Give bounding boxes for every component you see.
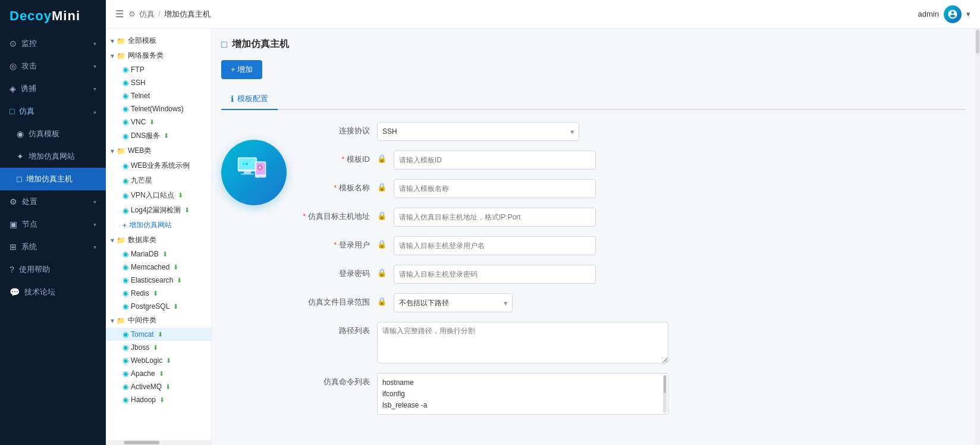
sidebar-item-simulation[interactable]: □ 仿真 ▴ (0, 100, 106, 123)
sidebar-item-monitor[interactable]: ⊙ 监控 ▾ (0, 32, 106, 55)
protocol-select[interactable]: SSH RDP Telnet (377, 122, 579, 141)
tree-item-tomcat[interactable]: ◉ Tomcat ⬇ (106, 328, 211, 341)
tree-item-dns[interactable]: ◉ DNS服务 ⬇ (106, 129, 211, 143)
node-icon: ◉ (122, 206, 128, 215)
tree-item-apache[interactable]: ◉ Apache ⬇ (106, 367, 211, 380)
folder-icon: 📁 (117, 147, 125, 155)
tree-item-vnc[interactable]: ◉ VNC ⬇ (106, 115, 211, 129)
tree-item-label: Telnet (131, 92, 150, 100)
folder-icon: 📁 (117, 37, 125, 45)
tree-item-label: PostgreSQL (131, 302, 169, 311)
tree-item-activemq[interactable]: ◉ ActiveMQ ⬇ (106, 380, 211, 393)
sidebar-item-label: 处置 (22, 196, 37, 207)
right-scrollbar-thumb[interactable] (976, 30, 979, 54)
tree-item-ftp[interactable]: ◉ FTP (106, 63, 211, 76)
template-id-label: 模板ID (299, 151, 370, 165)
tree-item-log4j[interactable]: ◉ Log4j2漏洞检测 ⬇ (106, 203, 211, 218)
sidebar-item-sim-template[interactable]: ◉ 仿真模板 (0, 123, 106, 145)
sim-dir-select[interactable]: 不包括以下路径 包括以下路径 (394, 293, 513, 312)
target-host-input[interactable] (394, 208, 596, 227)
tree-item-jiumanxing[interactable]: ◉ 九芒星 (106, 173, 211, 188)
sidebar-item-sim-add-site[interactable]: ✦ 增加仿真网站 (0, 145, 106, 168)
sidebar-item-label: 使用帮助 (19, 264, 50, 275)
tree-item-memcached[interactable]: ◉ Memcached ⬇ (106, 261, 211, 274)
avatar[interactable] (944, 5, 962, 23)
tree-item-jboss[interactable]: ◉ Jboss ⬇ (106, 341, 211, 354)
tree-item-web-demo[interactable]: ◉ WEB业务系统示例 (106, 158, 211, 173)
page-content: □ 增加仿真主机 + 增加 ℹ 模板配置 (212, 29, 975, 445)
sidebar-item-lure[interactable]: ◈ 诱捕 ▾ (0, 77, 106, 100)
tree-section-db[interactable]: ▾ 📁 数据库类 (106, 233, 211, 247)
breadcrumb-item-1[interactable]: 仿真 (139, 9, 155, 20)
sidebar-item-label: 仿真 (19, 106, 34, 117)
lock-icon: 🔒 (377, 208, 387, 220)
right-scrollbar[interactable] (975, 29, 980, 445)
dropdown-icon[interactable]: ▾ (966, 10, 970, 18)
tree-horizontal-scrollbar[interactable] (106, 440, 211, 445)
sidebar-item-node[interactable]: ▣ 节点 ▾ (0, 213, 106, 236)
breadcrumb-sep: / (158, 10, 161, 18)
sidebar-item-sim-add-host[interactable]: □ 增加仿真主机 (0, 168, 106, 190)
tab-template-config[interactable]: ℹ 模板配置 (221, 89, 278, 110)
sidebar-item-forum[interactable]: 💬 技术论坛 (0, 281, 106, 303)
sidebar-item-system[interactable]: ⊞ 系统 ▾ (0, 236, 106, 258)
protocol-label: 连接协议 (299, 122, 370, 136)
sidebar-item-label: 系统 (21, 242, 37, 252)
tree-item-telnet-windows[interactable]: ◉ Telnet(Windows) (106, 102, 211, 115)
template-name-input[interactable] (394, 179, 596, 198)
tree-section-middleware[interactable]: ▾ 📁 中间件类 (106, 313, 211, 328)
tree-item-label: FTP (131, 65, 145, 74)
download-badge: ⬇ (173, 303, 178, 311)
sim-template-icon: ◉ (17, 129, 24, 139)
download-badge: ⬇ (166, 357, 171, 365)
form-row-login-user: 登录用户 🔒 (299, 236, 966, 255)
sim-commands-display: hostname ifconfig lsb_release -a (377, 373, 668, 415)
tree-item-postgresql[interactable]: ◉ PostgreSQL ⬇ (106, 300, 211, 313)
tree-item-vpn[interactable]: ◉ VPN入口站点 ⬇ (106, 188, 211, 203)
sidebar-item-label: 技术论坛 (24, 287, 55, 297)
login-user-input[interactable] (394, 236, 596, 255)
tree-item-label: Redis (131, 289, 149, 297)
lock-icon: 🔒 (377, 265, 387, 277)
tree-item-telnet[interactable]: ◉ Telnet (106, 89, 211, 102)
tree-item-hadoop[interactable]: ◉ Hadoop ⬇ (106, 393, 211, 406)
tree-item-elasticsearch[interactable]: ◉ Elasticsearch ⬇ (106, 274, 211, 287)
tree-item-weblogic[interactable]: ◉ WebLogic ⬇ (106, 354, 211, 367)
tree-section-network[interactable]: ▾ 📁 网络服务类 (106, 48, 211, 63)
node-icon: ◉ (122, 65, 128, 74)
tree-collapse-icon: ▾ (111, 236, 114, 245)
illustration-area (221, 122, 287, 424)
tree-root[interactable]: ▾ 📁 全部模板 (106, 33, 211, 48)
tree-item-mariadb[interactable]: ◉ MariaDB ⬇ (106, 247, 211, 261)
tree-item-add-site[interactable]: + 增加仿真网站 (106, 218, 211, 233)
add-button[interactable]: + 增加 (221, 60, 262, 79)
tree-item-label: Hadoop (131, 396, 156, 404)
login-password-input[interactable] (394, 265, 596, 284)
download-badge: ⬇ (159, 396, 165, 404)
svg-point-10 (246, 163, 247, 165)
tree-item-ssh[interactable]: ◉ SSH (106, 76, 211, 89)
path-list-textarea[interactable] (377, 322, 668, 363)
sidebar-nav: ⊙ 监控 ▾ ◎ 攻击 ▾ ◈ 诱捕 ▾ □ 仿真 ▴ (0, 32, 106, 445)
tree-item-redis[interactable]: ◉ Redis ⬇ (106, 287, 211, 300)
form-row-protocol: 连接协议 SSH RDP Telnet (299, 122, 966, 141)
tree-collapse-icon: ▾ (111, 316, 114, 325)
tree-section-web[interactable]: ▾ 📁 WEB类 (106, 143, 211, 158)
node-icon: ◉ (122, 92, 128, 100)
sidebar-item-attack[interactable]: ◎ 攻击 ▾ (0, 55, 106, 77)
cmd-scrollbar[interactable] (663, 375, 667, 413)
scrollbar-thumb[interactable] (124, 441, 159, 444)
cmd-scrollbar-thumb[interactable] (664, 375, 666, 393)
sim-cmd-line-1: hostname (382, 377, 663, 388)
form-row-login-password: 登录密码 🔒 (299, 265, 966, 284)
menu-toggle-icon[interactable]: ☰ (115, 8, 124, 20)
sidebar-item-process[interactable]: ⚙ 处置 ▾ (0, 190, 106, 213)
node-icon: ◉ (122, 302, 128, 311)
main-wrapper: ☰ ⚙ 仿真 / 增加仿真主机 admin ▾ ▾ (106, 0, 980, 445)
forum-icon: 💬 (10, 287, 20, 297)
page-title: □ 增加仿真主机 (221, 38, 966, 51)
sidebar-item-help[interactable]: ? 使用帮助 (0, 258, 106, 281)
node-icon: ◉ (122, 369, 128, 378)
template-id-input[interactable] (394, 151, 596, 170)
logo-text: DecoyMini (10, 8, 80, 24)
